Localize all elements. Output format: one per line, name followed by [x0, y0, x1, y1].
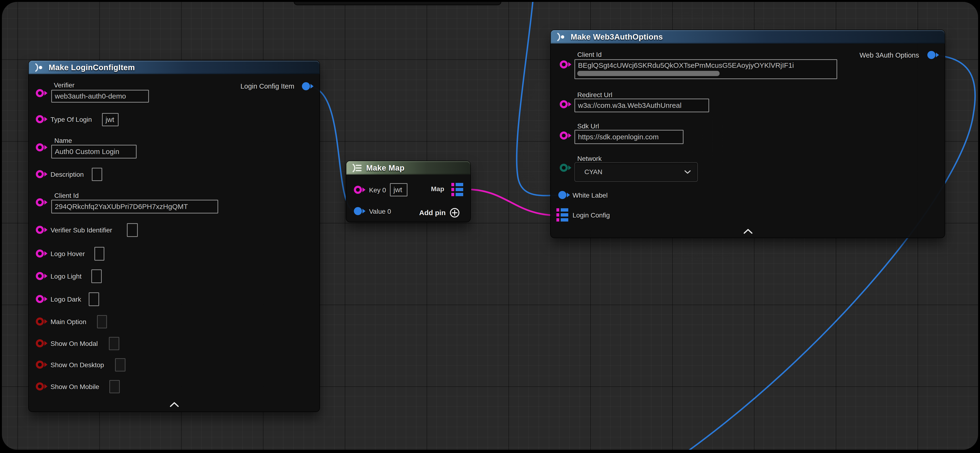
pin-label: Show On Desktop: [51, 361, 104, 369]
input-pin-white-label[interactable]: [558, 191, 570, 200]
key-0-value: jwt: [393, 186, 402, 194]
verifier-sub-identifier-field[interactable]: [127, 223, 138, 237]
chevron-down-icon: [684, 170, 691, 174]
description-field[interactable]: [92, 168, 102, 181]
show-on-desktop-checkbox[interactable]: [115, 358, 126, 372]
node-header-make-loginconfigitem[interactable]: Make LoginConfigItem: [29, 61, 320, 74]
node-make-loginconfigitem[interactable]: Make LoginConfigItem Login Config Item V…: [29, 61, 320, 412]
pin-label: Sdk Url: [577, 122, 599, 130]
logo-dark-field[interactable]: [89, 292, 99, 306]
client-id-value: 294QRkchfq2YaXUbPri7D6PH7xzHgQMT: [55, 203, 188, 211]
pin-label: Logo Hover: [51, 250, 85, 258]
pin-label: Show On Mobile: [51, 383, 99, 391]
verifier-value: web3auth-auth0-demo: [55, 92, 126, 100]
input-pin-sdk-url[interactable]: [560, 131, 571, 140]
input-pin-show-on-mobile[interactable]: [36, 382, 48, 391]
pin-label: Logo Light: [51, 273, 81, 280]
input-pin-key-0[interactable]: [354, 186, 366, 194]
output-pin-label: Map: [431, 185, 444, 193]
sdk-url-field[interactable]: https://sdk.openlogin.com: [574, 130, 684, 144]
pin-label: White Label: [573, 192, 608, 199]
input-pin-show-on-desktop[interactable]: [36, 361, 48, 369]
name-field[interactable]: Auth0 Custom Login: [51, 145, 137, 158]
node-make-map[interactable]: Make Map Key 0 jwt Map Value 0 Add pin: [346, 161, 470, 222]
node-make-web3authoptions[interactable]: Make Web3AuthOptions Web 3Auth Options C…: [551, 30, 945, 238]
pin-label: Network: [577, 155, 602, 163]
node-header-make-web3authoptions[interactable]: Make Web3AuthOptions: [551, 30, 945, 44]
make-struct-icon: [34, 63, 45, 72]
collapse-node-chevron-icon[interactable]: [743, 229, 753, 234]
input-pin-logo-dark[interactable]: [36, 295, 48, 304]
input-pin-verifier-sub-identifier[interactable]: [36, 226, 48, 234]
pin-label: Show On Modal: [51, 340, 98, 348]
show-on-mobile-checkbox[interactable]: [109, 380, 120, 393]
input-pin-network[interactable]: [560, 164, 571, 172]
input-pin-description[interactable]: [36, 170, 48, 179]
pin-label: Main Option: [51, 318, 86, 326]
type-of-login-field[interactable]: jwt: [102, 113, 119, 126]
make-map-icon: [352, 163, 362, 173]
sdk-url-value: https://sdk.openlogin.com: [578, 133, 659, 141]
client-id-field[interactable]: 294QRkchfq2YaXUbPri7D6PH7xzHgQMT: [51, 200, 218, 214]
name-value: Auth0 Custom Login: [55, 147, 119, 156]
add-pin-plus-icon: [449, 207, 460, 218]
input-pin-value-0[interactable]: [354, 207, 366, 215]
pin-label: Login Config: [573, 212, 610, 219]
blueprint-editor: Make LoginConfigItem Login Config Item V…: [0, 0, 980, 453]
pin-label: Key 0: [369, 187, 386, 194]
pin-label: Name: [54, 137, 72, 144]
show-on-modal-checkbox[interactable]: [109, 337, 119, 350]
offscreen-node-fragment[interactable]: [294, 2, 501, 5]
client-id-field-scrollbar[interactable]: [577, 71, 719, 76]
pin-label: Verifier Sub Identifier: [51, 226, 112, 234]
input-pin-redirect-url[interactable]: [560, 100, 571, 109]
verifier-field[interactable]: web3auth-auth0-demo: [51, 90, 149, 103]
node-title: Make LoginConfigItem: [49, 63, 135, 72]
network-selected-value: CYAN: [584, 168, 603, 176]
client-id-value: BEglQSgt4cUWcj6SKRdu5QkOXTsePmMcusG5EAoy…: [578, 61, 794, 70]
output-pin-label: Web 3Auth Options: [859, 51, 919, 59]
client-id-field[interactable]: BEglQSgt4cUWcj6SKRdu5QkOXTsePmMcusG5EAoy…: [574, 59, 837, 79]
wire-map-to-loginconfig[interactable]: [472, 190, 556, 215]
pin-label: Description: [51, 171, 84, 178]
add-pin-button[interactable]: Add pin: [419, 207, 460, 218]
input-pin-show-on-modal[interactable]: [36, 339, 48, 348]
input-pin-logo-hover[interactable]: [36, 249, 48, 258]
input-pin-name[interactable]: [36, 143, 48, 152]
logo-hover-field[interactable]: [94, 247, 104, 261]
output-pin-map[interactable]: [451, 183, 463, 196]
output-pin-label: Login Config Item: [240, 82, 294, 90]
input-pin-client-id[interactable]: [36, 198, 48, 207]
pin-label: Client Id: [577, 51, 602, 59]
collapse-node-chevron-icon[interactable]: [170, 402, 179, 407]
logo-light-field[interactable]: [91, 269, 102, 283]
add-pin-label: Add pin: [419, 209, 445, 217]
node-title: Make Web3AuthOptions: [571, 32, 663, 41]
input-pin-verifier[interactable]: [36, 89, 48, 98]
pin-label: Type Of Login: [51, 116, 92, 124]
blueprint-graph-canvas[interactable]: Make LoginConfigItem Login Config Item V…: [2, 2, 978, 450]
input-pin-main-option[interactable]: [36, 317, 48, 326]
input-pin-login-config[interactable]: [557, 208, 568, 222]
make-struct-icon: [556, 32, 566, 42]
node-title: Make Map: [366, 163, 405, 173]
pin-label: Verifier: [54, 81, 75, 89]
input-pin-type-of-login[interactable]: [36, 115, 48, 124]
output-pin-login-config-item[interactable]: [302, 82, 314, 91]
input-pin-logo-light[interactable]: [36, 272, 48, 280]
pin-label: Value 0: [369, 208, 391, 215]
pin-label: Client Id: [54, 192, 79, 200]
output-pin-web3auth-options[interactable]: [928, 51, 939, 59]
pin-label: Redirect Url: [577, 91, 612, 99]
input-pin-client-id[interactable]: [560, 60, 571, 69]
node-header-make-map[interactable]: Make Map: [346, 161, 470, 174]
pin-label: Logo Dark: [51, 296, 81, 303]
network-dropdown[interactable]: CYAN: [574, 162, 698, 182]
redirect-url-value: w3a://com.w3a.Web3AuthUnreal: [578, 101, 681, 109]
redirect-url-field[interactable]: w3a://com.w3a.Web3AuthUnreal: [574, 98, 709, 112]
key-0-field[interactable]: jwt: [390, 183, 407, 196]
main-option-checkbox[interactable]: [97, 315, 107, 328]
type-of-login-value: jwt: [105, 116, 114, 124]
